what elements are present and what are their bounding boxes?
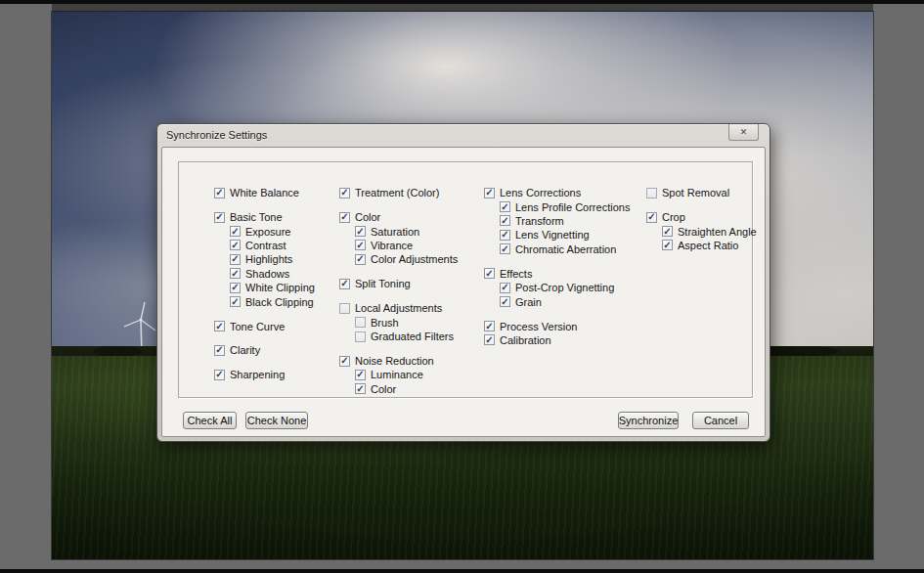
checked-checkbox-icon[interactable]: ✓ bbox=[355, 383, 366, 394]
checkbox-row-grain[interactable]: ✓Grain bbox=[484, 294, 630, 308]
checked-checkbox-icon[interactable]: ✓ bbox=[500, 215, 510, 226]
checked-checkbox-icon[interactable]: ✓ bbox=[500, 296, 510, 307]
checkbox-row-treatment-color[interactable]: ✓Treatment (Color) bbox=[339, 186, 458, 199]
checkbox-label: Lens Corrections bbox=[500, 187, 581, 198]
checkbox-row-spot-removal[interactable]: Spot Removal bbox=[646, 186, 757, 199]
checked-checkbox-icon[interactable]: ✓ bbox=[355, 240, 366, 250]
checkbox-label: Graduated Filters bbox=[371, 331, 454, 342]
checkbox-row-tone-curve[interactable]: ✓Tone Curve bbox=[214, 319, 315, 332]
check-none-button[interactable]: Check None bbox=[245, 412, 308, 429]
checkbox-row-lens-profile-corrections[interactable]: ✓Lens Profile Corrections bbox=[484, 199, 630, 213]
checkbox-row-lens-corrections[interactable]: ✓Lens Corrections bbox=[484, 186, 630, 199]
synchronize-button[interactable]: Synchronize bbox=[618, 412, 679, 429]
checkbox-row-color[interactable]: ✓Color bbox=[339, 382, 458, 396]
checkbox-row-saturation[interactable]: ✓Saturation bbox=[339, 224, 458, 238]
checkbox-row-white-balance[interactable]: ✓White Balance bbox=[214, 186, 315, 199]
checked-checkbox-icon[interactable]: ✓ bbox=[500, 283, 510, 293]
checked-checkbox-icon[interactable]: ✓ bbox=[355, 226, 366, 237]
checked-checkbox-icon[interactable]: ✓ bbox=[230, 283, 241, 293]
checked-checkbox-icon[interactable]: ✓ bbox=[484, 334, 495, 345]
checked-checkbox-icon[interactable]: ✓ bbox=[214, 370, 225, 380]
checkbox-row-aspect-ratio[interactable]: ✓Aspect Ratio bbox=[646, 239, 757, 252]
checkbox-row-shadows[interactable]: ✓Shadows bbox=[214, 267, 315, 281]
checkbox-label: Highlights bbox=[245, 253, 292, 265]
checked-checkbox-icon[interactable]: ✓ bbox=[214, 212, 225, 223]
checkbox-row-process-version[interactable]: ✓Process Version bbox=[484, 319, 630, 332]
cancel-button[interactable]: Cancel bbox=[692, 412, 749, 429]
settings-column-3: ✓Lens Corrections✓Lens Profile Correctio… bbox=[484, 186, 630, 347]
checked-checkbox-icon[interactable]: ✓ bbox=[214, 321, 225, 331]
checked-checkbox-icon[interactable]: ✓ bbox=[230, 240, 241, 250]
checkbox-row-crop[interactable]: ✓Crop bbox=[646, 210, 757, 224]
checkbox-row-chromatic-aberration[interactable]: ✓Chromatic Aberration bbox=[484, 242, 630, 256]
unchecked-checkbox-icon[interactable] bbox=[339, 303, 350, 314]
checkbox-label: Lens Profile Corrections bbox=[515, 201, 630, 213]
checked-checkbox-icon[interactable]: ✓ bbox=[339, 188, 350, 198]
checked-checkbox-icon[interactable]: ✓ bbox=[214, 188, 225, 198]
checkbox-row-split-toning[interactable]: ✓Split Toning bbox=[339, 277, 458, 290]
checkbox-label: Chromatic Aberration bbox=[515, 243, 616, 255]
checked-checkbox-icon[interactable]: ✓ bbox=[500, 201, 510, 212]
checked-checkbox-icon[interactable]: ✓ bbox=[230, 296, 241, 307]
checked-checkbox-icon[interactable]: ✓ bbox=[500, 230, 510, 241]
settings-panel: ✓White Balance✓Basic Tone✓Exposure✓Contr… bbox=[178, 161, 753, 398]
checked-checkbox-icon[interactable]: ✓ bbox=[339, 356, 350, 367]
checkbox-row-graduated-filters[interactable]: Graduated Filters bbox=[339, 330, 458, 343]
bottom-black-bar bbox=[0, 569, 924, 573]
checkbox-label: Tone Curve bbox=[230, 321, 285, 332]
checkbox-label: Calibration bbox=[500, 334, 551, 346]
checkbox-label: Post-Crop Vignetting bbox=[515, 282, 614, 293]
checked-checkbox-icon[interactable]: ✓ bbox=[662, 240, 673, 250]
checkbox-row-color-adjustments[interactable]: ✓Color Adjustments bbox=[339, 252, 458, 266]
checkbox-row-post-crop-vignetting[interactable]: ✓Post-Crop Vignetting bbox=[484, 281, 630, 294]
checkbox-label: Aspect Ratio bbox=[678, 240, 738, 251]
checkbox-row-color[interactable]: ✓Color bbox=[339, 210, 458, 224]
checkbox-label: Split Toning bbox=[355, 278, 411, 289]
checkbox-label: Exposure bbox=[245, 226, 290, 238]
checkbox-row-vibrance[interactable]: ✓Vibrance bbox=[339, 239, 458, 252]
checked-checkbox-icon[interactable]: ✓ bbox=[339, 212, 350, 223]
checkbox-row-black-clipping[interactable]: ✓Black Clipping bbox=[214, 294, 315, 308]
checked-checkbox-icon[interactable]: ✓ bbox=[230, 268, 241, 279]
checked-checkbox-icon[interactable]: ✓ bbox=[355, 370, 366, 380]
checkbox-label: Shadows bbox=[245, 268, 289, 280]
checkbox-row-local-adjustments[interactable]: Local Adjustments bbox=[339, 301, 458, 315]
checkbox-row-brush[interactable]: Brush bbox=[339, 316, 458, 330]
checked-checkbox-icon[interactable]: ✓ bbox=[646, 212, 657, 223]
checked-checkbox-icon[interactable]: ✓ bbox=[230, 254, 241, 265]
checkbox-row-clarity[interactable]: ✓Clarity bbox=[214, 343, 315, 357]
checkbox-row-noise-reduction[interactable]: ✓Noise Reduction bbox=[339, 354, 458, 368]
checkbox-label: Color bbox=[371, 383, 396, 395]
checked-checkbox-icon[interactable]: ✓ bbox=[500, 243, 510, 254]
checkbox-row-lens-vignetting[interactable]: ✓Lens Vignetting bbox=[484, 228, 630, 242]
checkbox-label: Grain bbox=[515, 296, 542, 308]
close-button[interactable]: ✕ bbox=[728, 124, 759, 141]
checkbox-row-basic-tone[interactable]: ✓Basic Tone bbox=[214, 210, 315, 224]
unchecked-checkbox-icon[interactable] bbox=[355, 317, 366, 328]
checkbox-row-effects[interactable]: ✓Effects bbox=[484, 267, 630, 281]
settings-column-4: Spot Removal✓Crop✓Straighten Angle✓Aspec… bbox=[646, 186, 757, 252]
checkbox-label: Vibrance bbox=[371, 240, 413, 251]
unchecked-checkbox-icon[interactable] bbox=[646, 188, 657, 198]
checkbox-row-transform[interactable]: ✓Transform bbox=[484, 214, 630, 228]
checkbox-row-exposure[interactable]: ✓Exposure bbox=[214, 224, 315, 238]
checked-checkbox-icon[interactable]: ✓ bbox=[214, 345, 225, 356]
checked-checkbox-icon[interactable]: ✓ bbox=[484, 188, 495, 198]
checkbox-row-contrast[interactable]: ✓Contrast bbox=[214, 239, 315, 252]
checkbox-row-sharpening[interactable]: ✓Sharpening bbox=[214, 368, 315, 381]
checked-checkbox-icon[interactable]: ✓ bbox=[484, 321, 495, 331]
checked-checkbox-icon[interactable]: ✓ bbox=[230, 226, 241, 237]
checked-checkbox-icon[interactable]: ✓ bbox=[339, 279, 350, 289]
checkbox-row-luminance[interactable]: ✓Luminance bbox=[339, 368, 458, 381]
checkbox-row-straighten-angle[interactable]: ✓Straighten Angle bbox=[646, 224, 757, 238]
checked-checkbox-icon[interactable]: ✓ bbox=[355, 254, 366, 265]
checkbox-row-highlights[interactable]: ✓Highlights bbox=[214, 252, 315, 266]
unchecked-checkbox-icon[interactable] bbox=[355, 331, 366, 342]
checkbox-row-calibration[interactable]: ✓Calibration bbox=[484, 333, 630, 347]
checkbox-label: White Clipping bbox=[245, 282, 315, 293]
checked-checkbox-icon[interactable]: ✓ bbox=[662, 226, 673, 237]
checkbox-label: Crop bbox=[662, 211, 685, 223]
check-all-button[interactable]: Check All bbox=[183, 412, 237, 429]
checkbox-row-white-clipping[interactable]: ✓White Clipping bbox=[214, 281, 315, 294]
checked-checkbox-icon[interactable]: ✓ bbox=[484, 268, 495, 279]
